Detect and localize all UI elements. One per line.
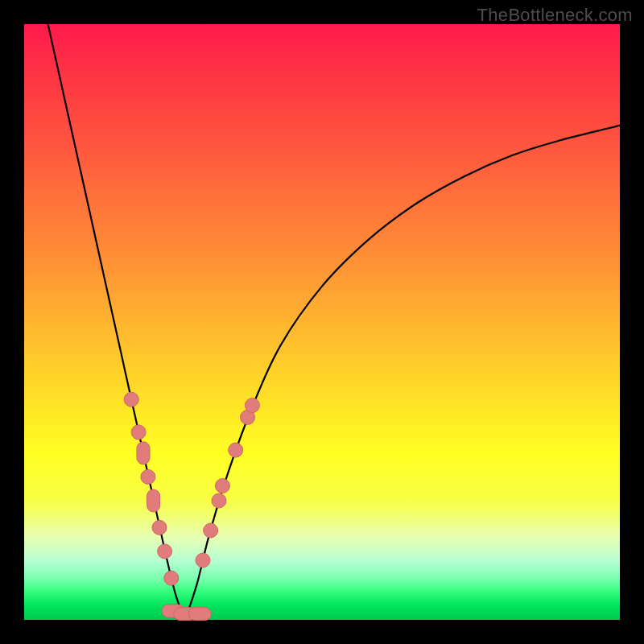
chart-svg — [24, 24, 620, 620]
marker-pill — [188, 608, 211, 621]
marker-dot — [158, 544, 172, 559]
marker-pill — [137, 442, 150, 464]
marker-layer — [124, 392, 259, 620]
watermark-text: TheBottleneck.com — [477, 5, 633, 26]
marker-dot — [229, 443, 243, 457]
marker-pill — [147, 489, 160, 512]
marker-dot — [124, 392, 138, 407]
marker-dot — [196, 553, 210, 568]
curve-layer — [48, 24, 620, 620]
marker-dot — [141, 469, 155, 484]
marker-dot — [215, 479, 229, 493]
marker-dot — [204, 523, 218, 538]
plot-area — [24, 24, 620, 620]
marker-dot — [245, 398, 259, 413]
marker-dot — [152, 520, 167, 535]
chart-frame: TheBottleneck.com — [0, 0, 644, 644]
curve-right-branch — [185, 126, 620, 620]
marker-dot — [131, 425, 146, 440]
marker-dot — [164, 571, 179, 585]
marker-dot — [212, 493, 226, 508]
